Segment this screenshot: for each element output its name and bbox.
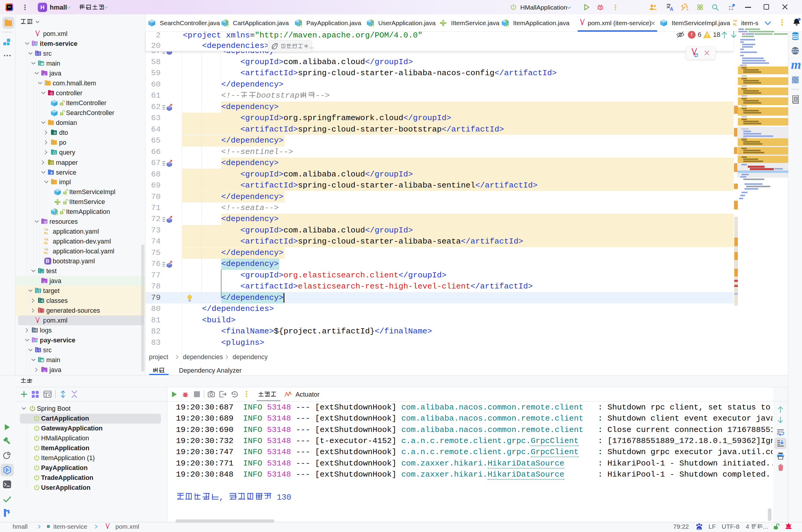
svg-text:du: du bbox=[697, 528, 701, 531]
svg-text:A: A bbox=[795, 97, 797, 100]
svg-text:X: X bbox=[794, 48, 797, 54]
svg-text:A: A bbox=[670, 6, 673, 12]
